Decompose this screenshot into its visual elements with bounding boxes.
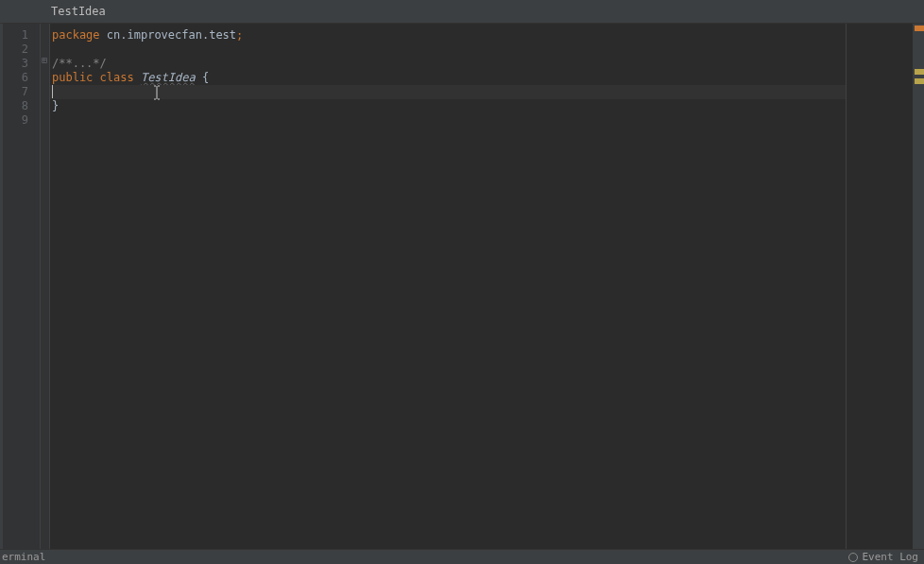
status-bar: erminal Event Log [0, 549, 924, 564]
text-caret [52, 85, 53, 98]
line-gutter[interactable]: 1 2 3 6 7 8 9 [3, 24, 41, 549]
breadcrumb-bar: TestIdea [0, 0, 924, 24]
code-area[interactable]: package cn.improvecfan.test; /**...*/ pu… [50, 24, 846, 549]
keyword: package [52, 28, 100, 42]
event-log-button[interactable]: Event Log [848, 551, 924, 563]
breadcrumb[interactable]: TestIdea [51, 5, 106, 18]
event-log-label: Event Log [862, 551, 918, 563]
error-stripe[interactable] [913, 24, 924, 549]
fold-column[interactable]: ⊞ [41, 24, 50, 549]
code-line[interactable] [50, 43, 846, 57]
line-number[interactable]: 8 [3, 99, 40, 113]
code-line[interactable] [50, 113, 846, 128]
right-margin-area[interactable] [847, 24, 913, 549]
code-text: { [196, 71, 209, 84]
code-line-active[interactable] [50, 85, 846, 99]
class-name: TestIdea [141, 71, 196, 84]
code-text: cn.improvecfan.test [100, 28, 237, 42]
terminal-tool-button[interactable]: erminal [0, 551, 45, 563]
line-number[interactable]: 1 [3, 28, 40, 43]
line-number[interactable]: 6 [3, 71, 40, 85]
fold-expand-icon[interactable]: ⊞ [39, 55, 50, 65]
line-number[interactable]: 2 [3, 43, 40, 57]
code-line[interactable]: } [50, 99, 846, 113]
editor: 1 2 3 6 7 8 9 ⊞ package cn.improvecfan.t… [0, 24, 924, 549]
semicolon: ; [236, 28, 243, 42]
code-text: } [52, 99, 59, 112]
stripe-marker-warn[interactable] [915, 78, 924, 84]
code-line[interactable]: /**...*/ [50, 57, 846, 71]
line-number[interactable]: 7 [3, 85, 40, 99]
line-number[interactable]: 9 [3, 113, 40, 128]
event-log-icon [848, 553, 858, 562]
stripe-marker-warn[interactable] [915, 69, 924, 75]
code-line[interactable]: package cn.improvecfan.test; [50, 28, 846, 43]
stripe-marker[interactable] [915, 26, 924, 31]
keyword: public class [52, 71, 141, 84]
code-line[interactable]: public class TestIdea { [50, 71, 846, 85]
folded-comment[interactable]: /**...*/ [52, 57, 107, 70]
line-number[interactable]: 3 [3, 57, 40, 71]
